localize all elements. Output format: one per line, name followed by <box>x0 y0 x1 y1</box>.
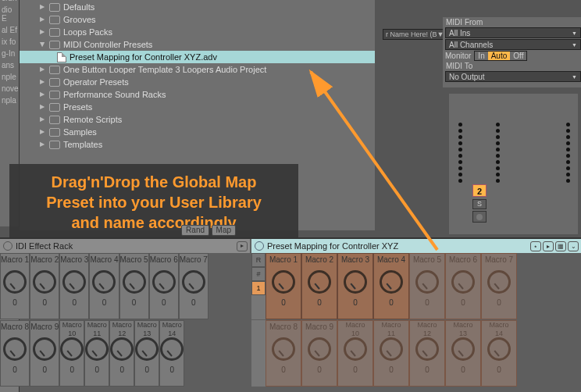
knob-icon[interactable] <box>110 337 134 361</box>
knob-icon[interactable] <box>415 270 439 294</box>
knob-icon[interactable] <box>380 270 403 294</box>
knob-icon[interactable] <box>62 270 86 294</box>
folder-presets[interactable]: ▶Presets <box>20 101 375 113</box>
chain-1-button[interactable]: 1 <box>251 281 266 295</box>
knob-icon[interactable] <box>3 337 27 361</box>
macro-knob[interactable]: Macro 60 <box>149 253 179 319</box>
save-icon[interactable]: ▸ <box>543 241 554 251</box>
device-toolbar: ⭑ ▸ ▦ ⌄ <box>530 241 579 251</box>
folder-operator-presets[interactable]: ▶Operator Presets <box>20 76 375 88</box>
knob-icon[interactable] <box>152 270 176 294</box>
macro-knob[interactable]: Macro 70 <box>481 253 517 319</box>
macro-knob[interactable]: Macro 40 <box>89 253 119 319</box>
knob-icon[interactable] <box>344 270 367 294</box>
folder-defaults[interactable]: ▶Defaults <box>20 1 375 13</box>
macro-knob[interactable]: Macro 20 <box>30 253 59 319</box>
folder-one-button-looper[interactable]: ▶One Button Looper Template 3 Loopers Au… <box>20 63 375 76</box>
knob-icon[interactable] <box>451 270 475 294</box>
macro-knob[interactable]: Macro130 <box>445 320 481 387</box>
show-chain-icon[interactable]: ▦ <box>555 241 566 251</box>
hash-button[interactable]: # <box>251 267 266 281</box>
folder-loops-packs[interactable]: ▶Loops Packs <box>20 26 375 38</box>
midi-from-label: MIDI From <box>443 17 581 27</box>
midi-routing-panel: MIDI From All Ins▼ All Channels▼ Monitor… <box>443 17 581 87</box>
macro-knob[interactable]: Macro 30 <box>59 253 89 319</box>
macro-knob[interactable]: Macro 80 <box>0 320 30 387</box>
macro-knob[interactable]: Macro 30 <box>337 253 373 319</box>
device-power-icon[interactable] <box>255 241 264 251</box>
knob-icon[interactable] <box>272 337 295 361</box>
knob-icon[interactable] <box>3 270 27 294</box>
device-title-midi-effect-rack[interactable]: IDI Effect Rack ▸ <box>0 239 250 253</box>
monitor-toggle[interactable]: InAutoOff <box>474 51 527 61</box>
midi-from-input[interactable]: All Ins▼ <box>445 27 581 38</box>
knob-icon[interactable] <box>92 270 116 294</box>
folder-remote-scripts[interactable]: ▶Remote Scripts <box>20 113 375 126</box>
folder-midi-controller-presets[interactable]: ▶MIDI Controller Presets <box>20 38 375 51</box>
knob-icon[interactable] <box>272 270 295 294</box>
macro-knob[interactable]: Macro130 <box>134 320 159 387</box>
knob-icon[interactable] <box>135 337 159 361</box>
macro-knob[interactable]: Macro 60 <box>445 253 481 319</box>
knob-icon[interactable] <box>33 270 56 294</box>
knob-icon[interactable] <box>487 270 511 294</box>
device-title-preset-mapping[interactable]: Preset Mapping for Controller XYZ ⭑ ▸ ▦ … <box>251 239 581 253</box>
macro-knob[interactable]: Macro 10 <box>0 253 30 319</box>
macro-knob[interactable]: Macro120 <box>109 320 134 387</box>
midi-to-output[interactable]: No Output▼ <box>445 71 581 82</box>
macro-knob[interactable]: Macro 90 <box>30 320 59 387</box>
macro-knob[interactable]: Macro 40 <box>373 253 409 319</box>
macro-knob[interactable]: Macro120 <box>409 320 445 387</box>
macro-knob[interactable]: Macro100 <box>59 320 84 387</box>
macro-knob[interactable]: Macro110 <box>373 320 409 387</box>
preset-file-selected[interactable]: Preset Mapping for Controller XYZ.adv <box>20 51 375 63</box>
macro-knob[interactable]: Macro 10 <box>266 253 301 319</box>
knob-icon[interactable] <box>380 337 403 361</box>
midi-from-channel[interactable]: All Channels▼ <box>445 39 581 50</box>
macro-knob[interactable]: Macro140 <box>481 320 517 387</box>
knob-icon[interactable] <box>415 337 439 361</box>
macro-knob[interactable]: Macro 90 <box>301 320 337 387</box>
folder-performance-sound-racks[interactable]: ▶Performance Sound Racks <box>20 88 375 101</box>
instruction-overlay: Drag'n'Drop the Global Map Preset into y… <box>9 164 298 241</box>
knob-icon[interactable] <box>123 270 146 294</box>
file-icon <box>57 52 66 62</box>
macro-knob[interactable]: Macro110 <box>84 320 109 387</box>
knob-icon[interactable] <box>182 270 205 294</box>
folder-samples[interactable]: ▶Samples <box>20 126 375 138</box>
hot-swap-icon[interactable]: ⭑ <box>530 241 541 251</box>
track-number-box[interactable]: 2 <box>472 184 487 197</box>
macro-grid-right-row2: Macro 80Macro 90Macro100Macro110Macro120… <box>251 320 517 387</box>
save-preset-icon[interactable]: ▸ <box>237 241 248 251</box>
macro-knob[interactable]: Macro 80 <box>266 320 301 387</box>
knob-icon[interactable] <box>85 337 109 361</box>
macro-knob[interactable]: Macro 20 <box>301 253 337 319</box>
record-arm-button[interactable] <box>472 211 487 223</box>
solo-button[interactable]: S <box>472 199 487 209</box>
rand-button[interactable]: Rand <box>181 225 209 236</box>
macro-knob[interactable]: Macro 50 <box>409 253 445 319</box>
midi-to-label: MIDI To <box>443 61 581 71</box>
fold-icon[interactable]: ⌄ <box>568 241 579 251</box>
macro-grid-right: R # 1 Macro 10Macro 20Macro 30Macro 40Ma… <box>251 253 517 319</box>
macro-knob[interactable]: Macro 70 <box>179 253 209 319</box>
knob-icon[interactable] <box>308 270 331 294</box>
folder-templates[interactable]: ▶Templates <box>20 138 375 151</box>
knob-icon[interactable] <box>308 337 331 361</box>
device-power-icon[interactable] <box>3 241 12 251</box>
knob-icon[interactable] <box>487 337 511 361</box>
folder-grooves[interactable]: ▶Grooves <box>20 13 375 26</box>
track-name-dropdown[interactable]: r Name Here! (B▼ <box>383 29 445 40</box>
map-button[interactable]: Map <box>212 225 236 236</box>
knob-icon[interactable] <box>33 337 56 361</box>
macro-knob[interactable]: Macro 50 <box>119 253 149 319</box>
knob-icon[interactable] <box>344 337 367 361</box>
knob-icon[interactable] <box>60 337 84 361</box>
macro-knob[interactable]: Macro140 <box>159 320 184 387</box>
knob-icon[interactable] <box>160 337 184 361</box>
knob-icon[interactable] <box>451 337 475 361</box>
record-icon <box>476 214 483 220</box>
rand-r-button[interactable]: R <box>251 253 266 267</box>
macro-knob[interactable]: Macro100 <box>337 320 373 387</box>
rack-side-column: R # 1 <box>251 253 266 319</box>
